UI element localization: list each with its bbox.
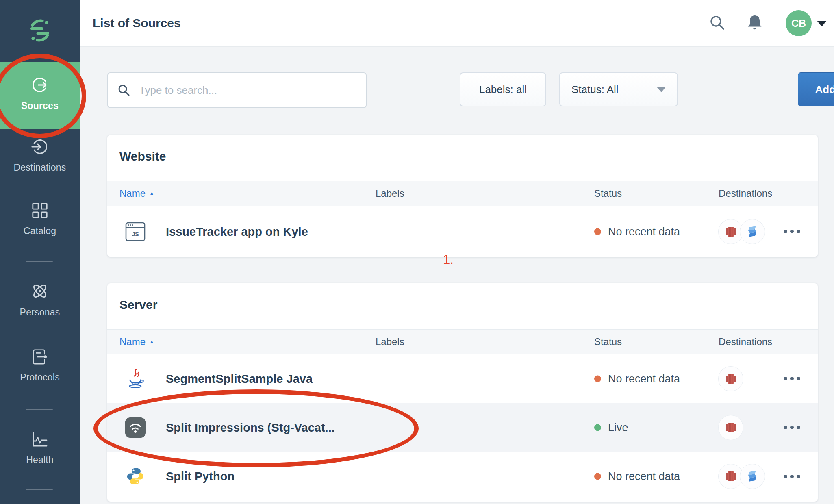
source-search-box[interactable] — [107, 72, 367, 108]
sidebar-item-personas[interactable]: Personas — [0, 281, 80, 318]
sidebar-item-label: Personas — [0, 307, 80, 318]
row-actions-button[interactable] — [779, 370, 805, 388]
status-filter-dropdown[interactable]: Status: All — [559, 72, 678, 106]
health-icon — [30, 431, 49, 448]
column-header-destinations: Destinations — [719, 188, 772, 199]
source-status: No recent data — [594, 372, 680, 385]
sidebar-item-label: Sources — [0, 100, 80, 111]
table-row-split-impressions[interactable]: Split Impressions (Stg-Vacat... Live — [107, 403, 818, 452]
chevron-down-icon — [657, 87, 666, 92]
labels-filter-button[interactable]: Labels: all — [460, 72, 546, 106]
search-icon — [708, 13, 727, 32]
sidebar-item-sources[interactable]: Sources — [0, 62, 80, 129]
blue-s-destination-icon[interactable] — [740, 464, 765, 489]
sources-icon — [30, 76, 49, 94]
table-row-split-python[interactable]: Split Python No recent data — [107, 452, 818, 501]
source-name[interactable]: Split Impressions (Stg-Vacat... — [166, 421, 335, 434]
javascript-source-icon: JS — [125, 222, 146, 242]
server-wifi-source-icon — [125, 417, 146, 438]
source-name[interactable]: SegmentSplitSample Java — [166, 372, 313, 385]
segment-logo[interactable] — [0, 17, 80, 46]
ellipsis-icon — [784, 475, 787, 478]
row-actions-button[interactable] — [779, 467, 805, 485]
sidebar-divider — [26, 409, 53, 410]
column-header-labels: Labels — [376, 336, 404, 348]
table-row-java[interactable]: SegmentSplitSample Java No recent data — [107, 354, 818, 403]
ellipsis-icon — [784, 426, 787, 429]
column-header-labels: Labels — [376, 188, 404, 199]
destinations-icon — [30, 137, 49, 156]
sidebar-divider — [26, 261, 53, 262]
sidebar-item-catalog[interactable]: Catalog — [0, 202, 80, 237]
status-dot — [594, 473, 601, 480]
search-input[interactable] — [138, 84, 357, 97]
labels-filter-label: Labels: all — [479, 83, 527, 96]
status-text: No recent data — [608, 225, 680, 238]
python-source-icon — [125, 466, 146, 487]
row-actions-button[interactable] — [779, 223, 805, 241]
redshift-destination-icon[interactable] — [718, 415, 743, 440]
table-row-issuetracker[interactable]: JS IssueTracker app on Kyle No recent da… — [107, 206, 818, 257]
destination-badges — [718, 366, 743, 391]
catalog-icon — [31, 202, 49, 219]
sidebar-item-destinations[interactable]: Destinations — [0, 137, 80, 173]
status-text: No recent data — [608, 372, 680, 385]
server-sources-card: Server Name▲ Labels Status Destinations — [107, 283, 818, 502]
sidebar-item-health[interactable]: Health — [0, 431, 80, 465]
destination-badges — [718, 219, 765, 244]
sidebar-item-protocols[interactable]: Protocols — [0, 348, 80, 383]
account-menu-caret-icon[interactable] — [817, 21, 827, 26]
sidebar-divider — [26, 489, 53, 490]
segment-logo-icon — [26, 17, 53, 44]
table-header: Name▲ Labels Status Destinations — [107, 181, 818, 206]
redshift-destination-icon[interactable] — [718, 366, 743, 391]
section-title: Server — [119, 298, 157, 312]
svg-text:JS: JS — [132, 231, 139, 237]
status-text: No recent data — [608, 470, 680, 483]
row-actions-button[interactable] — [779, 419, 805, 437]
search-icon — [117, 83, 131, 97]
topbar: List of Sources CB — [80, 0, 834, 47]
ellipsis-icon — [784, 230, 787, 233]
status-dot — [594, 424, 601, 431]
column-label: Name — [119, 336, 146, 347]
sort-ascending-icon: ▲ — [149, 190, 154, 196]
sort-ascending-icon: ▲ — [149, 339, 154, 345]
status-filter-label: Status: All — [571, 83, 619, 96]
destination-badges — [718, 464, 765, 489]
website-sources-card: Website Name▲ Labels Status Destinations — [107, 135, 818, 257]
app-window: Sources Destinations Catalog — [0, 0, 834, 504]
status-dot — [594, 375, 601, 382]
add-source-button[interactable]: Add Source — [798, 72, 834, 106]
column-header-name[interactable]: Name▲ — [119, 188, 154, 199]
personas-icon — [30, 281, 50, 301]
global-search-button[interactable] — [708, 13, 727, 33]
section-title: Website — [119, 150, 166, 163]
ellipsis-icon — [784, 377, 787, 380]
status-dot — [594, 228, 601, 235]
bell-icon — [745, 13, 764, 32]
blue-s-destination-icon[interactable] — [740, 219, 765, 244]
sidebar-item-label: Destinations — [0, 162, 80, 173]
sidebar-item-label: Catalog — [0, 226, 80, 237]
table-body: JS IssueTracker app on Kyle No recent da… — [107, 206, 818, 257]
avatar-initials: CB — [791, 17, 806, 29]
source-name[interactable]: IssueTracker app on Kyle — [166, 225, 308, 238]
source-status: Live — [594, 421, 628, 434]
table-body: SegmentSplitSample Java No recent data — [107, 354, 818, 502]
source-status: No recent data — [594, 470, 680, 483]
table-header: Name▲ Labels Status Destinations — [107, 329, 818, 354]
java-source-icon — [125, 369, 146, 389]
source-status: No recent data — [594, 225, 680, 238]
page-title: List of Sources — [93, 16, 181, 30]
source-name[interactable]: Split Python — [166, 470, 235, 483]
column-header-status: Status — [594, 336, 622, 348]
sidebar-item-label: Health — [0, 454, 80, 465]
avatar[interactable]: CB — [786, 10, 812, 36]
main-content: Labels: all Status: All Add Source Websi… — [80, 47, 834, 504]
notifications-button[interactable] — [745, 13, 764, 33]
destination-badges — [718, 415, 743, 440]
column-header-name[interactable]: Name▲ — [119, 336, 154, 348]
status-text: Live — [608, 421, 628, 434]
column-header-destinations: Destinations — [719, 336, 772, 348]
